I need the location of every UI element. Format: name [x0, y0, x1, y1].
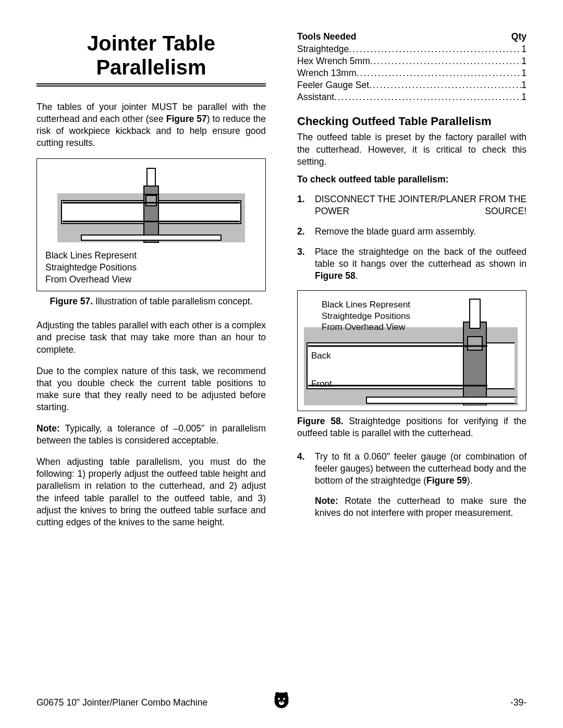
figure-58-box: Black Lines Represent Straightedge Posit… — [297, 290, 527, 411]
svg-point-22 — [275, 692, 279, 696]
figure-57-label: Black Lines Represent Straightedge Posit… — [45, 250, 257, 285]
title-line2: Parallelism — [96, 56, 206, 79]
section-heading: Checking Outfeed Table Parallelism — [297, 115, 527, 128]
step-1: 1. DISCONNECT THE JOINTER/PLANER FROM TH… — [297, 193, 527, 217]
step-4: 4. Try to fit a 0.060" feeler gauge (or … — [297, 451, 527, 487]
svg-rect-7 — [81, 235, 221, 240]
footer-right: -39- — [510, 697, 527, 708]
figure-57-caption: Figure 57. Illustration of table paralle… — [36, 295, 266, 307]
svg-rect-1 — [62, 201, 144, 224]
step-3: 3. Place the straightedge on the back of… — [297, 246, 527, 282]
title-line1: Jointer Table — [87, 32, 215, 55]
qty-header: Qty — [511, 31, 527, 42]
tool-row: Wrench 13mm1 — [297, 67, 527, 79]
figure-57-box: Black Lines Represent Straightedge Posit… — [36, 158, 266, 291]
steps-list-2: 4. Try to fit a 0.060" feeler gauge (or … — [297, 451, 527, 487]
svg-point-27 — [280, 701, 283, 703]
title-rule — [36, 83, 266, 87]
tools-needed-block: Tools Needed Qty Straightedge1 Hex Wrenc… — [297, 31, 527, 103]
tools-header: Tools Needed — [297, 31, 356, 42]
step-4-note: Note: Rotate the cutterhead to make sure… — [315, 495, 527, 519]
footer-left: G0675 10" Jointer/Planer Combo Machine — [36, 697, 207, 708]
intro-paragraph: The tables of your jointer MUST be paral… — [36, 101, 266, 149]
page-title: Jointer Table Parallelism — [36, 31, 266, 79]
svg-rect-2 — [158, 201, 241, 224]
bear-logo-icon — [272, 690, 291, 712]
svg-point-25 — [283, 698, 285, 700]
figure-58-label: Black Lines Represent Straightedge Posit… — [322, 299, 410, 332]
paragraph-3: Due to the complex nature of this task, … — [36, 365, 266, 413]
figure-58-caption: Figure 58. Straightedge positions for ve… — [297, 415, 527, 439]
figure-58-back-label: Back — [311, 350, 331, 362]
section-sub: The outfeed table is preset by the facto… — [297, 131, 527, 167]
paragraph-5: When adjusting table parallelism, you mu… — [36, 456, 266, 528]
paragraph-4: Note: Typically, a tolerance of –0.005" … — [36, 423, 266, 447]
step-2: 2. Remove the blade guard arm assembly. — [297, 226, 527, 238]
tool-row: Assistant1 — [297, 91, 527, 103]
svg-point-23 — [284, 692, 288, 696]
paragraph-2: Adjusting the tables parallel with each … — [36, 319, 266, 355]
check-heading: To check outfeed table parallelism: — [297, 174, 527, 185]
tool-row: Straightedge1 — [297, 43, 527, 55]
tool-row: Feeler Gauge Set1 — [297, 79, 527, 91]
svg-rect-6 — [144, 186, 158, 194]
tool-row: Hex Wrench 5mm1 — [297, 55, 527, 67]
steps-list: 1. DISCONNECT THE JOINTER/PLANER FROM TH… — [297, 193, 527, 282]
figure-58-front-label: Front — [311, 378, 332, 390]
svg-point-24 — [278, 698, 280, 700]
figure-57-diagram — [57, 166, 245, 244]
svg-rect-5 — [146, 195, 156, 206]
